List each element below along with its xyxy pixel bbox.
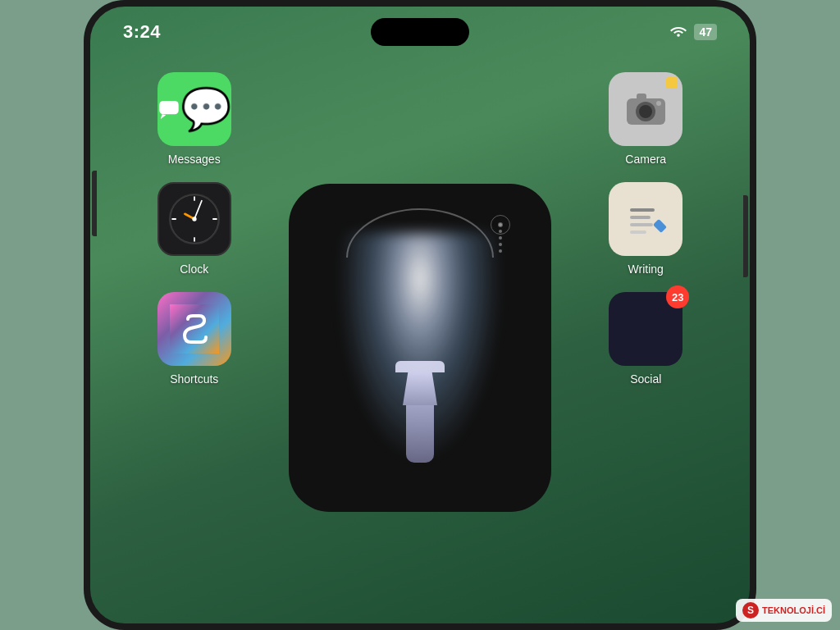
iphone-frame: 3:24 47 [84,0,756,630]
app-item-messages[interactable]: Messages [123,72,266,166]
social-icon-wrapper: 23 [609,292,682,366]
camera-app-icon[interactable] [609,72,682,146]
svg-point-0 [678,34,681,37]
watermark-text: TEKNOLOJİ.Cİ [762,605,825,615]
watermark-icon: S [742,602,759,619]
writing-app-icon[interactable] [609,182,682,256]
app-item-empty-2 [424,72,567,166]
torch-head [395,361,445,372]
social-badge: 23 [666,285,689,308]
app-item-shortcuts[interactable]: Shortcuts [123,292,266,386]
watermark: S TEKNOLOJİ.Cİ [736,599,832,622]
clock-label: Clock [180,262,208,276]
messages-icon[interactable] [158,72,231,146]
shortcuts-label: Shortcuts [170,372,218,386]
svg-point-5 [639,105,652,118]
svg-rect-22 [653,218,667,232]
clock-app-icon[interactable] [158,182,231,256]
svg-marker-2 [160,114,166,119]
messages-label: Messages [168,153,221,166]
app-item-camera[interactable]: Camera [575,72,718,166]
app-item-writing[interactable]: Writing [575,182,718,276]
camera-label: Camera [625,153,666,166]
flashlight-body [395,361,445,463]
battery-indicator: 47 [694,24,717,40]
wifi-icon [669,24,687,40]
app-item-clock[interactable]: Clock [123,182,266,276]
svg-point-7 [656,101,661,106]
svg-rect-18 [630,208,655,212]
svg-rect-6 [637,94,646,100]
svg-point-17 [192,217,196,221]
torch-handle [406,405,434,463]
writing-label: Writing [628,262,664,276]
shortcuts-app-icon[interactable] [158,292,231,366]
app-item-social[interactable]: 23 Social [575,292,718,386]
svg-rect-21 [630,231,646,234]
svg-rect-1 [159,101,178,114]
iphone-screen: 3:24 47 [84,0,756,630]
svg-rect-20 [630,223,653,226]
svg-rect-19 [630,216,651,219]
flashlight-overlay[interactable] [289,184,551,512]
social-label: Social [630,372,661,386]
status-icons: 47 [669,24,717,40]
torch-upper [403,372,437,405]
dynamic-island [371,18,469,46]
app-item-empty-1 [274,72,417,166]
status-time: 3:24 [123,21,161,43]
